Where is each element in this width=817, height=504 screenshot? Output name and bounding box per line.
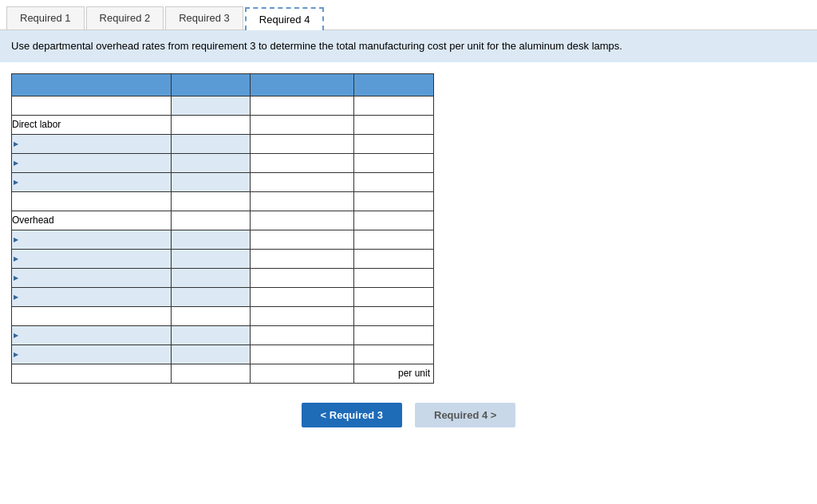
cell-input[interactable]	[23, 345, 171, 364]
footer-navigation: < Required 3 Required 4 >	[0, 403, 817, 435]
table-row	[12, 249, 434, 268]
table-row	[12, 153, 434, 172]
table-row: per unit	[12, 364, 434, 383]
cell-input[interactable]	[23, 135, 171, 153]
cell-input[interactable]	[251, 230, 353, 249]
cell-input[interactable]	[172, 230, 251, 249]
cell-input[interactable]	[23, 173, 171, 191]
cell-input[interactable]	[251, 135, 353, 153]
tab-required-1[interactable]: Required 1	[6, 6, 85, 30]
instruction-banner: Use departmental overhead rates from req…	[0, 30, 817, 62]
cell-input[interactable]	[23, 326, 171, 345]
tab-required-2[interactable]: Required 2	[86, 6, 164, 30]
cell-input[interactable]	[172, 345, 251, 364]
tab-required-3[interactable]: Required 3	[165, 6, 243, 30]
cell-input[interactable]	[172, 173, 251, 191]
prev-button[interactable]: < Required 3	[302, 403, 402, 427]
cell-input[interactable]	[172, 96, 251, 115]
overhead-label: Overhead	[12, 211, 172, 230]
next-button[interactable]: Required 4 >	[415, 403, 515, 427]
direct-labor-label: Direct labor	[12, 115, 172, 134]
table-row	[12, 345, 434, 364]
cell-input[interactable]	[172, 135, 251, 153]
cell-input[interactable]	[172, 250, 251, 268]
cell-input[interactable]	[172, 269, 251, 287]
cell-input[interactable]	[172, 326, 251, 345]
table-row	[12, 172, 434, 191]
table-row	[12, 287, 434, 306]
cell-input[interactable]	[23, 230, 171, 249]
cell-input[interactable]	[23, 288, 171, 306]
table-row	[12, 191, 434, 211]
tab-required-4[interactable]: Required 4	[245, 7, 325, 30]
table-row	[12, 325, 434, 345]
table-row	[12, 134, 434, 153]
table-row	[12, 306, 434, 325]
tab-bar: Required 1 Required 2 Required 3 Require…	[0, 0, 817, 30]
cost-table: Direct labor	[11, 73, 434, 384]
cell-input[interactable]	[172, 288, 251, 306]
table-row	[12, 230, 434, 249]
per-unit-label: per unit	[354, 364, 434, 383]
table-row: Direct labor	[12, 115, 434, 134]
table-row: Overhead	[12, 211, 434, 230]
cell-input[interactable]	[172, 154, 251, 172]
table-row	[12, 268, 434, 287]
cell-input[interactable]	[23, 154, 171, 172]
cell-input[interactable]	[23, 250, 171, 268]
cell-input[interactable]	[23, 269, 171, 287]
table-row	[12, 96, 434, 115]
content-area: Direct labor	[0, 62, 817, 392]
